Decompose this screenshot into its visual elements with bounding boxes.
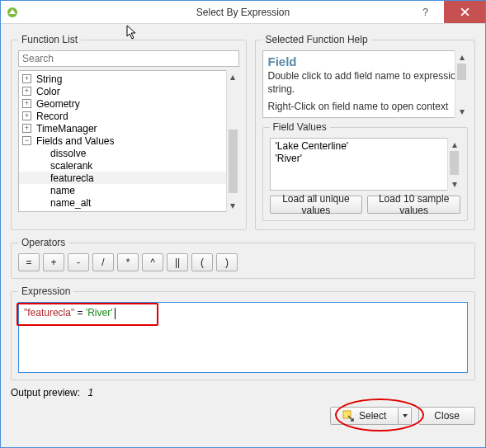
tree-item[interactable]: name <box>19 184 238 196</box>
help-button[interactable]: ? <box>407 1 444 23</box>
tree-item-label: String <box>36 73 62 85</box>
expr-op-token: = <box>74 307 86 318</box>
scroll-down-icon[interactable]: ▾ <box>448 177 460 191</box>
close-button[interactable]: Close <box>418 407 475 425</box>
help-line1: Double click to add field name to expres… <box>268 70 463 96</box>
help-line2: Right-Click on field name to open contex… <box>268 101 463 118</box>
titlebar: Select By Expression ? <box>1 1 485 24</box>
text-cursor <box>115 308 116 319</box>
window-controls: ? <box>407 1 485 23</box>
function-list-group: Function List +String+Color+Geometry+Rec… <box>11 34 247 230</box>
expand-icon[interactable]: + <box>22 111 31 120</box>
operator-button[interactable]: ^ <box>142 253 163 271</box>
close-window-button[interactable] <box>444 1 485 23</box>
operator-button[interactable]: * <box>117 253 139 271</box>
tree-item[interactable]: +TimeManager <box>19 122 238 134</box>
expand-icon[interactable]: + <box>22 87 31 96</box>
help-scrollbar[interactable]: ▴ ▾ <box>455 50 468 118</box>
field-values-list[interactable]: 'Lake Centerline''River' <box>270 138 461 191</box>
scroll-down-icon[interactable]: ▾ <box>455 105 468 118</box>
dialog-body: Function List +String+Color+Geometry+Rec… <box>1 24 485 447</box>
expand-icon[interactable]: + <box>22 124 31 133</box>
select-dropdown-button[interactable] <box>399 407 412 425</box>
tree-item[interactable]: dissolve <box>19 147 238 159</box>
help-text-area: Field Double click to add field name to … <box>262 50 469 118</box>
field-value-item[interactable]: 'River' <box>276 153 455 165</box>
help-title: Field <box>268 54 463 68</box>
tree-item-label: name <box>50 185 75 196</box>
output-preview-value: 1 <box>87 387 93 398</box>
tree-item-label: rivernum <box>50 210 89 213</box>
scroll-up-icon[interactable]: ▴ <box>455 50 468 64</box>
tree-item-label: Fields and Values <box>36 135 115 147</box>
select-button-label: Select <box>359 410 386 422</box>
tree-item-label: TimeManager <box>36 123 97 134</box>
expand-icon[interactable]: + <box>22 74 31 83</box>
operator-button[interactable]: || <box>167 253 188 271</box>
select-icon <box>342 410 354 422</box>
tree-item[interactable]: +String <box>19 73 238 85</box>
collapse-icon[interactable]: − <box>22 136 31 145</box>
help-group: Selected Function Help Field Double clic… <box>255 34 476 230</box>
help-legend: Selected Function Help <box>262 34 371 45</box>
operators-row: =+-/*^||() <box>18 253 468 271</box>
scroll-up-icon[interactable]: ▴ <box>227 70 239 83</box>
operator-button[interactable]: = <box>18 253 40 271</box>
dialog-footer: Select Close <box>11 407 475 425</box>
load-sample-values-button[interactable]: Load 10 sample values <box>367 196 460 214</box>
output-preview-label: Output preview: <box>11 387 80 398</box>
expr-value-token: 'River' <box>86 307 113 318</box>
output-preview-row: Output preview: 1 <box>11 387 475 398</box>
tree-item-label: featurecla <box>50 172 94 184</box>
tree-item[interactable]: +Color <box>19 85 238 97</box>
tree-item[interactable]: +Record <box>19 110 238 122</box>
operator-button[interactable]: - <box>68 253 89 271</box>
operators-group: Operators =+-/*^||() <box>11 237 475 279</box>
app-icon <box>6 6 19 19</box>
expression-input[interactable]: "featurecla" = 'River' <box>18 302 468 373</box>
field-values-legend: Field Values <box>270 121 330 133</box>
operator-button[interactable]: ) <box>216 253 238 271</box>
field-values-group: Field Values 'Lake Centerline''River' ▴ … <box>262 121 469 221</box>
expression-group: Expression "featurecla" = 'River' <box>11 285 475 380</box>
function-tree[interactable]: +String+Color+Geometry+Record+TimeManage… <box>18 70 239 212</box>
search-input[interactable] <box>18 50 239 67</box>
tree-scrollbar[interactable]: ▴ ▾ <box>226 70 239 212</box>
scroll-down-icon[interactable]: ▾ <box>227 199 239 212</box>
select-button[interactable]: Select <box>330 407 399 425</box>
expression-legend: Expression <box>18 285 73 297</box>
tree-item[interactable]: featurecla <box>19 172 238 184</box>
tree-item-label: Record <box>36 111 68 122</box>
scroll-up-icon[interactable]: ▴ <box>448 138 460 151</box>
field-value-item[interactable]: 'Lake Centerline' <box>276 140 455 153</box>
tree-item[interactable]: −Fields and Values <box>19 134 238 147</box>
expand-icon[interactable]: + <box>22 99 31 108</box>
values-scrollbar[interactable]: ▴ ▾ <box>447 138 460 191</box>
tree-item[interactable]: scalerank <box>19 159 238 172</box>
dialog-window: Select By Expression ? Function List +St… <box>0 0 486 448</box>
operator-button[interactable]: / <box>92 253 114 271</box>
tree-item-label: Geometry <box>36 98 80 110</box>
tree-item[interactable]: rivernum <box>19 209 238 212</box>
tree-item-label: dissolve <box>50 148 86 159</box>
tree-item-label: Color <box>36 86 60 97</box>
tree-item[interactable]: +Geometry <box>19 97 238 110</box>
tree-item[interactable]: name_alt <box>19 196 238 209</box>
operator-button[interactable]: + <box>43 253 64 271</box>
tree-item-label: scalerank <box>50 160 92 172</box>
select-split-button: Select <box>330 407 412 425</box>
expr-field-token: "featurecla" <box>24 307 74 318</box>
tree-item-label: name_alt <box>50 197 91 209</box>
function-list-legend: Function List <box>18 34 81 45</box>
operator-button[interactable]: ( <box>191 253 213 271</box>
operators-legend: Operators <box>18 237 68 248</box>
load-all-values-button[interactable]: Load all unique values <box>270 196 363 214</box>
